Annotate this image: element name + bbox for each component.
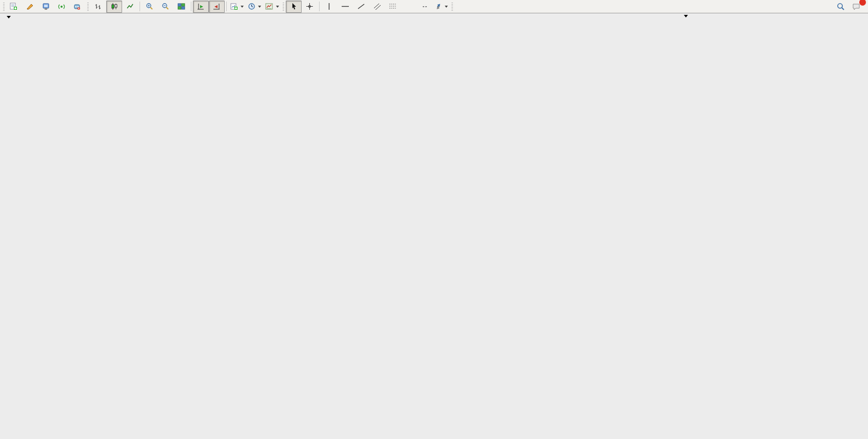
text-label-button[interactable] xyxy=(417,1,432,13)
label-tool-icon xyxy=(423,6,427,7)
zoom-out-button[interactable] xyxy=(157,1,173,13)
fibonacci-icon xyxy=(389,3,397,10)
vertical-line-button[interactable] xyxy=(321,1,337,13)
signal-icon xyxy=(58,3,66,10)
toolbar-grip[interactable] xyxy=(87,3,89,11)
new-chart-button[interactable] xyxy=(228,1,246,13)
robot-icon xyxy=(73,3,81,10)
editor-button[interactable] xyxy=(38,1,54,13)
chart-shift-icon xyxy=(213,3,221,10)
crayon-icon xyxy=(26,3,34,10)
chart-shift-marker[interactable] xyxy=(684,15,688,17)
main-toolbar xyxy=(0,0,868,13)
chart-title xyxy=(7,16,16,18)
template-icon xyxy=(265,3,273,10)
trendline-icon xyxy=(357,3,365,10)
crosshair-button[interactable] xyxy=(302,1,318,13)
clock-icon xyxy=(248,3,255,10)
signals-button[interactable] xyxy=(54,1,70,13)
editor-icon xyxy=(42,3,50,10)
horizontal-line-icon xyxy=(341,3,349,10)
equidistant-channel-button[interactable] xyxy=(369,1,385,13)
new-order-icon xyxy=(10,3,17,10)
horizontal-line-button[interactable] xyxy=(337,1,353,13)
autoscroll-button[interactable] xyxy=(193,1,209,13)
chart-line-button[interactable] xyxy=(122,1,138,13)
styler-button[interactable] xyxy=(22,1,38,13)
candlestick-chart-icon xyxy=(110,3,118,10)
toolbar-grip[interactable] xyxy=(283,3,284,11)
new-chart-icon xyxy=(230,3,238,10)
notifications-button[interactable] xyxy=(849,1,864,13)
zoom-in-icon xyxy=(146,3,153,10)
chevron-down-icon xyxy=(445,6,448,8)
vertical-line-icon xyxy=(326,3,332,10)
toolbar-grip[interactable] xyxy=(3,3,5,11)
line-chart-icon xyxy=(126,3,134,10)
zoom-in-button[interactable] xyxy=(142,1,157,13)
search-icon xyxy=(837,3,845,11)
cursor-icon xyxy=(290,3,298,10)
templates-button[interactable] xyxy=(263,1,281,13)
zoom-out-icon xyxy=(162,3,169,10)
autotrading-button[interactable] xyxy=(70,1,86,13)
tile-windows-button[interactable] xyxy=(173,1,189,13)
chart-area[interactable] xyxy=(0,0,868,439)
notification-badge xyxy=(859,0,866,6)
fibonacci-button[interactable] xyxy=(385,1,401,13)
chevron-down-icon xyxy=(241,6,244,8)
text-button[interactable] xyxy=(401,1,417,13)
crosshair-icon xyxy=(306,3,313,10)
toolbar-grip[interactable] xyxy=(451,3,453,11)
chevron-down-icon xyxy=(276,6,279,8)
trendline-button[interactable] xyxy=(353,1,369,13)
arrows-button[interactable] xyxy=(432,1,450,13)
cursor-button[interactable] xyxy=(286,1,302,13)
new-order-button[interactable] xyxy=(6,1,22,13)
tile-windows-icon xyxy=(177,3,185,10)
autoscroll-icon xyxy=(197,3,205,10)
chart-candles-button[interactable] xyxy=(106,1,122,13)
symbol-dropdown-icon[interactable] xyxy=(7,16,11,18)
chart-bars-button[interactable] xyxy=(90,1,106,13)
bar-chart-icon xyxy=(94,3,102,10)
arrows-icon xyxy=(435,3,442,10)
channel-icon xyxy=(373,3,381,10)
periods-button[interactable] xyxy=(246,1,263,13)
chart-shift-button[interactable] xyxy=(209,1,225,13)
search-button[interactable] xyxy=(833,1,849,13)
chevron-down-icon xyxy=(258,6,261,8)
